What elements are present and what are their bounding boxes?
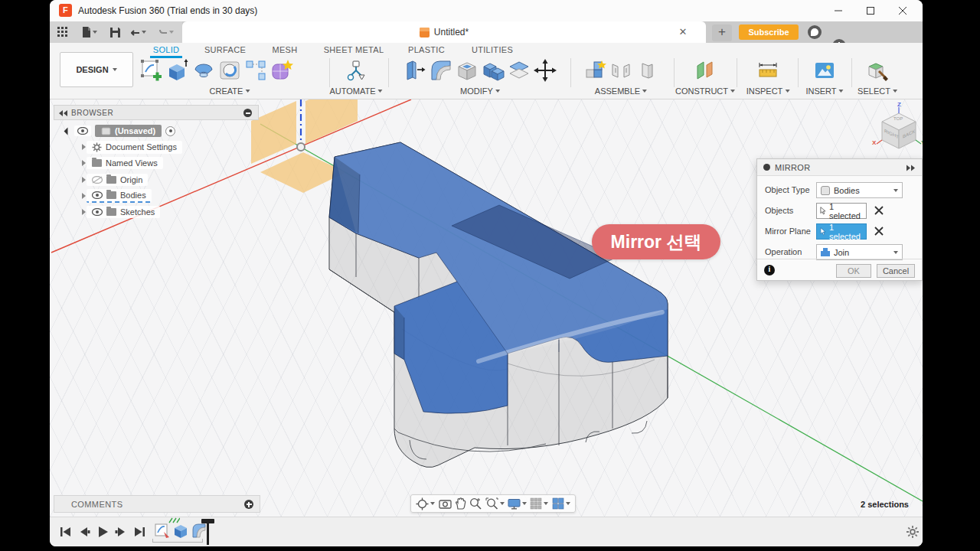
expand-closed-icon[interactable] [79,209,83,215]
orbit-button[interactable] [416,497,435,510]
group-inspect[interactable]: INSPECT [746,86,790,96]
timeline-go-start-button[interactable] [59,525,73,539]
fit-button[interactable] [485,497,505,510]
automate-button[interactable] [345,59,368,82]
expand-closed-icon[interactable] [79,160,83,166]
mirror-plane-select-button[interactable]: 1 selected [816,223,867,240]
offset-face-button[interactable] [508,59,531,82]
revolve-button[interactable] [192,59,215,82]
timeline-position-marker[interactable] [207,520,209,545]
viewports-button[interactable] [552,497,570,510]
maximize-button[interactable] [855,0,886,21]
new-component-button[interactable] [583,59,606,82]
info-icon[interactable] [764,265,775,276]
clear-objects-icon[interactable] [874,205,884,216]
group-modify[interactable]: MODIFY [460,86,500,96]
clear-mirror-plane-icon[interactable] [874,226,884,236]
browser-root-row[interactable]: (Unsaved) [65,123,175,139]
browser-item-origin[interactable]: Origin [79,172,148,187]
app-grid-button[interactable] [57,25,73,39]
construct-plane-button[interactable] [694,59,717,82]
browser-header[interactable]: BROWSER [54,105,259,120]
item-chip[interactable]: Origin [87,174,148,186]
mirror-dialog-header[interactable]: MIRROR [757,159,922,176]
timeline-extrude-feature[interactable] [172,522,189,539]
measure-button[interactable] [756,59,779,82]
tab-plastic[interactable]: PLASTIC [408,45,445,54]
workspace-selector[interactable]: DESIGN [60,52,133,87]
browser-item-document-settings[interactable]: Document Settings [79,139,182,155]
pattern-button[interactable] [244,59,267,82]
group-insert[interactable]: INSERT [805,86,843,96]
timeline-step-forward-button[interactable] [114,525,128,539]
add-comment-icon[interactable] [244,500,253,509]
shell-button[interactable] [456,59,479,82]
operation-dropdown[interactable]: Join [816,244,903,260]
group-select[interactable]: SELECT [858,86,897,96]
browser-collapse-icon[interactable] [243,109,252,117]
item-chip[interactable]: Named Views [87,157,163,169]
viewport-canvas[interactable]: BROWSER (Unsaved) Document Settings Name… [50,99,923,517]
minimize-button[interactable] [823,0,854,21]
insert-image-button[interactable] [813,59,836,82]
eye-icon[interactable] [92,208,103,216]
tab-mesh[interactable]: MESH [273,45,298,54]
tab-sheet-metal[interactable]: SHEET METAL [324,45,384,54]
fillet-button[interactable] [430,59,452,82]
ok-button[interactable]: OK [836,264,871,278]
group-assemble[interactable]: ASSEMBLE [595,86,647,96]
browser-item-named-views[interactable]: Named Views [79,155,163,171]
group-construct[interactable]: CONSTRUCT [675,86,735,96]
browser-item-bodies[interactable]: Bodies [79,188,152,204]
expand-closed-icon[interactable] [79,144,83,150]
joint-button[interactable] [609,59,632,82]
objects-select-button[interactable]: 1 selected [816,203,867,219]
hole-button[interactable] [218,59,241,82]
close-button[interactable] [887,0,918,21]
item-chip[interactable]: Document Settings [87,141,182,154]
item-chip[interactable]: Sketches [87,206,160,218]
move-copy-button[interactable] [534,59,557,82]
look-at-button[interactable] [439,498,452,510]
timeline-step-back-button[interactable] [77,525,91,539]
file-menu-button[interactable] [82,25,97,39]
tab-solid[interactable]: SOLID [153,45,180,54]
extrude-button[interactable] [166,59,189,82]
grid-snap-button[interactable] [530,497,548,510]
timeline-go-end-button[interactable] [132,525,146,539]
select-button[interactable] [866,59,889,82]
create-sketch-button[interactable] [140,59,163,82]
timeline-settings-gear-icon[interactable] [906,525,920,539]
activate-radio[interactable] [165,126,175,136]
timeline-fillet-feature[interactable] [191,522,207,539]
face-top-label[interactable]: TOP [893,116,903,121]
eye-hidden-icon[interactable] [92,176,103,184]
expand-closed-icon[interactable] [79,177,83,183]
item-chip-selected[interactable]: Bodies [87,189,152,203]
as-built-joint-button[interactable] [635,59,658,82]
save-button[interactable] [109,25,125,39]
root-document-item[interactable]: (Unsaved) [95,125,162,137]
group-automate[interactable]: AUTOMATE [329,86,382,96]
tab-surface[interactable]: SURFACE [204,45,246,54]
expand-open-icon[interactable] [64,127,72,135]
pan-button[interactable] [455,497,466,510]
tab-utilities[interactable]: UTILITIES [472,45,513,54]
eye-icon[interactable] [92,191,103,199]
combine-button[interactable] [482,59,505,82]
object-type-dropdown[interactable]: Bodies [816,182,903,198]
zoom-button[interactable] [469,497,482,510]
comments-bar[interactable]: COMMENTS [54,495,260,513]
redo-button[interactable] [158,25,174,39]
group-create[interactable]: CREATE [210,86,250,96]
expand-closed-icon[interactable] [79,193,83,199]
document-tab[interactable]: Untitled* ✕ [182,21,706,43]
create-form-button[interactable] [270,59,293,82]
yz-plane[interactable] [305,99,358,144]
undo-button[interactable] [131,25,146,39]
display-settings-button[interactable] [508,498,527,510]
view-cube[interactable]: Z X Y TOP RIGHT BACK [875,106,923,155]
cancel-button[interactable]: Cancel [877,264,915,278]
extensions-icon[interactable] [808,25,822,39]
timeline-play-button[interactable] [96,525,109,539]
